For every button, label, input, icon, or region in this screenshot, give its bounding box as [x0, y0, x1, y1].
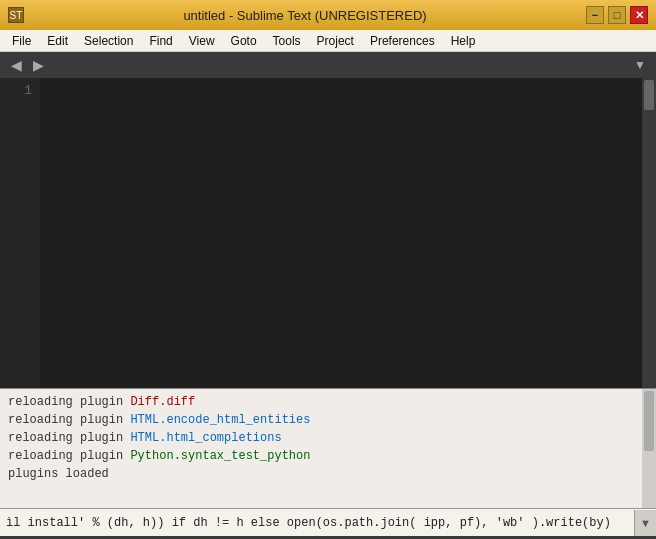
menu-item-help[interactable]: Help: [443, 32, 484, 50]
back-button[interactable]: ◀: [6, 55, 26, 75]
toolbar-dropdown[interactable]: ▼: [630, 55, 650, 75]
console-line: plugins loaded: [8, 465, 648, 483]
console-line: reloading plugin Diff.diff: [8, 393, 648, 411]
menu-item-file[interactable]: File: [4, 32, 39, 50]
command-area: ▼: [0, 508, 656, 536]
menu-item-edit[interactable]: Edit: [39, 32, 76, 50]
title-bar: ST untitled - Sublime Text (UNREGISTERED…: [0, 0, 656, 30]
editor-content[interactable]: [40, 78, 642, 388]
maximize-button[interactable]: □: [608, 6, 626, 24]
minimize-button[interactable]: −: [586, 6, 604, 24]
line-numbers: 1: [0, 78, 40, 388]
app-icon: ST: [8, 7, 24, 23]
editor-container: 1: [0, 78, 656, 388]
console-area: reloading plugin Diff.diffreloading plug…: [0, 388, 656, 508]
menu-item-goto[interactable]: Goto: [223, 32, 265, 50]
line-number-1: 1: [0, 82, 32, 100]
menu-item-selection[interactable]: Selection: [76, 32, 141, 50]
console-content: reloading plugin Diff.diffreloading plug…: [0, 389, 656, 487]
command-input[interactable]: [6, 516, 634, 530]
menu-item-find[interactable]: Find: [141, 32, 180, 50]
menu-item-preferences[interactable]: Preferences: [362, 32, 443, 50]
close-button[interactable]: ✕: [630, 6, 648, 24]
console-scrollbar-thumb[interactable]: [644, 391, 654, 451]
toolbar: ◀ ▶ ▼: [0, 52, 656, 78]
scrollbar-thumb[interactable]: [644, 80, 654, 110]
command-dropdown[interactable]: ▼: [634, 510, 656, 536]
console-line: reloading plugin HTML.encode_html_entiti…: [8, 411, 648, 429]
menu-item-view[interactable]: View: [181, 32, 223, 50]
menu-bar: FileEditSelectionFindViewGotoToolsProjec…: [0, 30, 656, 52]
menu-item-tools[interactable]: Tools: [265, 32, 309, 50]
window-controls: − □ ✕: [586, 6, 648, 24]
console-line: reloading plugin HTML.html_completions: [8, 429, 648, 447]
vertical-scrollbar[interactable]: [642, 78, 656, 388]
menu-item-project[interactable]: Project: [309, 32, 362, 50]
console-scrollbar[interactable]: [642, 389, 656, 508]
forward-button[interactable]: ▶: [28, 55, 48, 75]
console-line: reloading plugin Python.syntax_test_pyth…: [8, 447, 648, 465]
window-title: untitled - Sublime Text (UNREGISTERED): [24, 8, 586, 23]
